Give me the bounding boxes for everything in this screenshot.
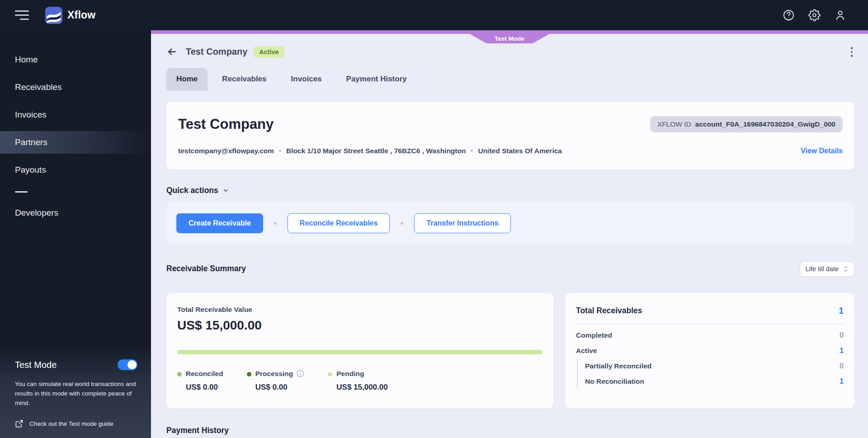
row-active: Active 1	[576, 343, 844, 358]
xflow-id-label: XFLOW ID	[657, 120, 691, 128]
sidebar: Home Receivables Invoices Partners Payou…	[0, 30, 151, 438]
receivable-progress-bar	[177, 350, 542, 354]
reconciled-value: US$ 0.00	[186, 383, 223, 392]
sidebar-item-developers[interactable]: Developers	[0, 202, 151, 224]
sidebar-item-payouts[interactable]: Payouts	[0, 159, 151, 181]
transfer-instructions-button[interactable]: Transfer Instructions	[414, 213, 510, 233]
test-mode-description: You can simulate real world transactions…	[15, 379, 137, 408]
total-receivable-value-label: Total Receivable Value	[177, 306, 542, 314]
total-receivables-count: 1	[839, 306, 844, 316]
processing-label: Processing	[255, 370, 293, 378]
external-link-icon	[15, 419, 24, 428]
dot-separator	[274, 222, 277, 225]
topbar-actions	[783, 9, 846, 21]
page-header: Test Company Active	[166, 45, 854, 59]
back-button[interactable]	[166, 46, 178, 57]
sidebar-item-home[interactable]: Home	[0, 48, 151, 71]
tab-receivables[interactable]: Receivables	[212, 68, 276, 90]
dot-separator	[471, 150, 473, 152]
chevron-down-icon	[222, 187, 229, 194]
date-range-value: Life till date	[806, 265, 839, 273]
receivable-legend: Reconciled US$ 0.00 Processing	[177, 370, 542, 392]
topbar: Xflow	[0, 0, 868, 30]
reconciled-dot-icon	[177, 372, 182, 377]
active-label: Active	[576, 347, 597, 355]
sidebar-item-partners[interactable]: Partners	[0, 131, 151, 154]
company-name: Test Company	[178, 115, 274, 133]
status-badge: Active	[254, 46, 284, 58]
tab-invoices[interactable]: Invoices	[281, 68, 332, 90]
select-chevrons-icon	[843, 266, 849, 272]
test-mode-toggle[interactable]	[118, 359, 137, 370]
tab-home[interactable]: Home	[166, 68, 208, 90]
tab-bar: Home Receivables Invoices Payment Histor…	[166, 68, 854, 90]
legend-item-reconciled: Reconciled US$ 0.00	[177, 370, 223, 392]
test-mode-title: Test Mode	[15, 360, 57, 370]
xflow-logo-icon	[45, 7, 62, 24]
completed-value: 0	[840, 331, 844, 339]
kebab-menu-icon[interactable]	[849, 45, 855, 59]
pending-dot-icon	[328, 372, 332, 377]
receivable-summary-title: Receivable Summary	[166, 264, 246, 273]
company-email: testcompany@xflowpay.com	[178, 147, 274, 155]
company-info-row: testcompany@xflowpay.com Block 1/10 Majo…	[178, 147, 843, 155]
pending-label: Pending	[336, 370, 387, 378]
no-reconciliation-value: 1	[840, 377, 844, 386]
completed-label: Completed	[576, 331, 612, 339]
test-mode-ribbon-label: Test Mode	[495, 35, 524, 42]
row-completed: Completed 0	[576, 328, 844, 343]
test-mode-ribbon: Test Mode	[470, 34, 549, 43]
quick-actions-title: Quick actions	[166, 186, 218, 195]
quick-actions-header[interactable]: Quick actions	[166, 186, 854, 195]
summary-cards: Total Receivable Value US$ 15,000.00 Rec…	[166, 293, 854, 409]
tab-payment-history[interactable]: Payment History	[336, 68, 417, 90]
sidebar-item-invoices[interactable]: Invoices	[0, 104, 151, 126]
account-button[interactable]	[834, 9, 846, 21]
total-receivables-title: Total Receivables	[576, 306, 642, 316]
dot-separator	[279, 150, 281, 152]
pending-value: US$ 15,000.00	[336, 383, 387, 392]
app-window: Xflow	[0, 0, 868, 438]
reconciled-label: Reconciled	[186, 370, 223, 378]
arrow-left-icon	[166, 46, 178, 57]
company-country: United States Of America	[478, 147, 561, 155]
gear-icon	[808, 9, 821, 21]
active-value: 1	[840, 347, 844, 355]
help-icon	[783, 9, 795, 21]
date-range-select[interactable]: Life till date	[800, 261, 854, 277]
info-icon[interactable]	[297, 370, 304, 377]
person-icon	[834, 9, 846, 21]
processing-dot-icon	[247, 372, 251, 377]
sidebar-item-receivables[interactable]: Receivables	[0, 76, 151, 99]
legend-item-processing: Processing US$ 0.00	[247, 370, 305, 392]
divider	[576, 324, 844, 324]
payment-history-title: Payment History	[166, 426, 854, 435]
help-button[interactable]	[783, 9, 795, 21]
legend-item-pending: Pending US$ 15,000.00	[328, 370, 387, 392]
sidebar-divider	[15, 191, 28, 193]
row-partially-reconciled: Partially Reconciled 0	[585, 358, 844, 374]
page-title: Test Company	[186, 47, 247, 57]
hamburger-menu-icon[interactable]	[15, 10, 29, 20]
processing-value: US$ 0.00	[255, 383, 305, 392]
xflow-id-pill[interactable]: XFLOW ID account_F0A_1696847030204_GwigD…	[650, 116, 843, 132]
test-mode-guide-link[interactable]: Check out the Test mode guide	[15, 419, 137, 428]
brand-name: Xflow	[67, 9, 95, 21]
view-details-link[interactable]: View Details	[801, 147, 843, 155]
no-reconciliation-label: No Reconciliation	[585, 377, 644, 386]
test-mode-panel: Test Mode You can simulate real world tr…	[0, 347, 151, 438]
row-no-reconciliation: No Reconciliation 1	[585, 374, 844, 389]
settings-button[interactable]	[808, 9, 821, 21]
reconcile-receivables-button[interactable]: Reconcile Receivables	[288, 213, 390, 233]
receivable-summary-header: Receivable Summary Life till date	[166, 261, 854, 277]
test-mode-strip	[151, 30, 868, 34]
company-address: Block 1/10 Major Street Seattle , 76BZC6…	[286, 147, 466, 155]
quick-actions-panel: Create Receivable Reconcile Receivables …	[166, 203, 854, 244]
dot-separator	[401, 222, 403, 225]
create-receivable-button[interactable]: Create Receivable	[176, 213, 263, 233]
brand: Xflow	[45, 7, 95, 24]
total-receivable-value-card: Total Receivable Value US$ 15,000.00 Rec…	[166, 293, 553, 409]
total-receivables-card: Total Receivables 1 Completed 0 Active 1…	[565, 293, 854, 409]
partially-reconciled-label: Partially Reconciled	[585, 362, 651, 370]
total-receivable-value-amount: US$ 15,000.00	[177, 318, 542, 333]
